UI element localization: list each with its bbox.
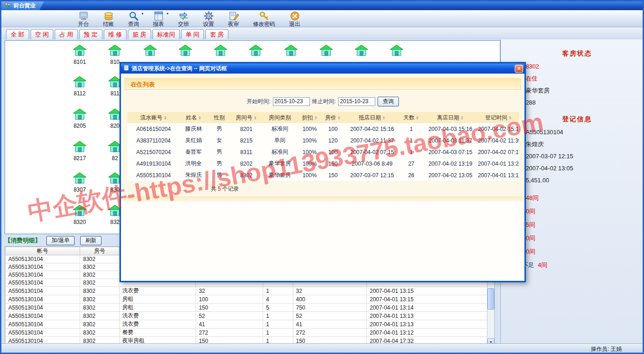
cell: 洗衣费 bbox=[119, 320, 196, 329]
dropdown-arrow-icon[interactable]: ▼ bbox=[166, 12, 169, 15]
cell: 2007-04-01 13:13 bbox=[366, 320, 487, 329]
cell: 41 bbox=[293, 320, 366, 329]
room-8307[interactable]: 8307 bbox=[62, 172, 97, 193]
room-8205[interactable]: 8205 bbox=[62, 108, 97, 129]
scroll-thumb[interactable] bbox=[487, 288, 494, 310]
cell: 100% bbox=[298, 158, 321, 169]
column-header[interactable]: 登记时间⇕ bbox=[478, 112, 519, 123]
tab-all[interactable]: 全 部 bbox=[6, 29, 29, 39]
cell: 8302 bbox=[80, 271, 120, 279]
toolbar-button-change-password[interactable]: 修改密码 bbox=[246, 10, 282, 27]
tab-suite[interactable]: 套 房 bbox=[205, 29, 228, 39]
column-header[interactable]: 房间号⇕ bbox=[231, 112, 261, 123]
cell: 2007-04-02 11:37 bbox=[345, 135, 400, 146]
statusbar: 操作员: 王娟 bbox=[1, 343, 643, 353]
column-header[interactable]: 姓名⇕ bbox=[180, 112, 208, 123]
sort-arrows-icon[interactable]: ⇕ bbox=[253, 116, 257, 120]
room-8320[interactable]: 8320 bbox=[62, 205, 97, 225]
cell: A5505130104 bbox=[6, 329, 80, 337]
column-header[interactable]: 房号 bbox=[80, 247, 120, 255]
column-header[interactable]: 天数⇕ bbox=[399, 112, 423, 123]
dialog-close-button[interactable]: ✕ bbox=[515, 65, 523, 73]
tab-reserved[interactable]: 预 定 bbox=[79, 29, 102, 39]
column-header[interactable]: 帐号 bbox=[6, 247, 80, 255]
add-remove-order-button[interactable]: 加/退单 bbox=[46, 236, 75, 245]
sidebar-field: 代号:8302 bbox=[510, 62, 644, 70]
consumption-row[interactable]: A55051301048302洗衣费521522007-04-01 13:13 bbox=[6, 312, 487, 320]
cell: A5505130104 bbox=[6, 320, 80, 329]
toolbar-label: 报表 bbox=[153, 21, 164, 27]
room-8101[interactable]: 8101 bbox=[62, 44, 97, 65]
column-header[interactable]: 房间类别 bbox=[262, 112, 298, 123]
toolbar-button-query[interactable]: ▼查询 bbox=[121, 10, 146, 27]
column-header[interactable]: 折扣⇕ bbox=[298, 112, 321, 123]
column-header[interactable]: 流水账号⇕ bbox=[127, 112, 180, 123]
sidebar-field: 日期:2007-03-07 12:15 bbox=[510, 152, 644, 160]
consumption-row[interactable]: A55051301048302洗衣费321322007-04-01 13:15 bbox=[6, 287, 487, 295]
toolbar-button-open-room[interactable]: 开台 bbox=[71, 10, 96, 27]
sort-arrows-icon[interactable]: ⇕ bbox=[314, 116, 318, 120]
cell: 1 bbox=[263, 287, 293, 295]
sort-arrows-icon[interactable]: ⇕ bbox=[382, 116, 385, 120]
inhouse-row[interactable]: A4919130104洪明全男8202豪华套房100%1502007-03-06… bbox=[127, 158, 519, 169]
room-count: 押金不足4间 bbox=[510, 261, 644, 268]
night-audit-icon bbox=[228, 11, 239, 21]
refresh-button[interactable]: 刷新 bbox=[80, 236, 101, 245]
room-8217[interactable]: 8217 bbox=[62, 141, 97, 161]
room-filter-tabbar: 全 部空 闲占 用预 定维 修脏 房标准间单 间套 房 bbox=[1, 27, 643, 39]
inhouse-row[interactable]: A3837110204吴红娟女8215单间100%1202007-04-02 1… bbox=[127, 135, 519, 146]
column-header[interactable]: 抵店日期⇕ bbox=[345, 112, 400, 123]
record-count-number: 5 bbox=[218, 186, 221, 192]
sort-arrows-icon[interactable]: ⇕ bbox=[198, 116, 202, 120]
consumption-row[interactable]: A55051301048302房租15057502007-04-01 13:14 bbox=[6, 304, 487, 312]
consumption-row[interactable]: A55051301048302房租10044002007-04-01 13:15 bbox=[6, 295, 487, 304]
tab-occupied[interactable]: 占 用 bbox=[55, 29, 78, 39]
room[interactable] bbox=[309, 44, 344, 59]
start-time-input[interactable] bbox=[273, 97, 310, 106]
column-header[interactable]: 离店日期⇕ bbox=[423, 112, 478, 123]
query-button[interactable]: 查询 bbox=[378, 97, 399, 106]
toolbar-button-settings[interactable]: 设置 bbox=[196, 10, 221, 27]
cell: 4 bbox=[263, 295, 293, 304]
room[interactable] bbox=[238, 44, 273, 59]
cell: 吴红娟 bbox=[180, 135, 208, 146]
toolbar-button-shift-change[interactable]: 交班 bbox=[171, 10, 196, 27]
inhouse-row[interactable]: A0616150204滕庆林男8201标准间100%1002007-04-02 … bbox=[127, 123, 519, 135]
cell: 2007-04-02 07:15 bbox=[345, 146, 400, 158]
tab-dirty[interactable]: 脏 房 bbox=[128, 29, 151, 39]
dropdown-arrow-icon[interactable]: ▼ bbox=[141, 12, 144, 15]
toolbar-button-night-audit[interactable]: 夜审 bbox=[221, 10, 246, 27]
toolbar-button-report[interactable]: ▼报表 bbox=[146, 10, 171, 27]
toolbar-button-exit[interactable]: 退出 bbox=[282, 10, 307, 27]
cell: A5505130104 bbox=[6, 271, 80, 279]
room[interactable] bbox=[203, 44, 238, 59]
tab-standard[interactable]: 标准间 bbox=[152, 29, 180, 39]
sort-arrows-icon[interactable]: ⇕ bbox=[337, 116, 341, 120]
column-header[interactable]: 性别 bbox=[208, 112, 231, 123]
toolbar-button-checkout[interactable]: 结账 bbox=[96, 10, 121, 27]
sort-arrows-icon[interactable]: ⇕ bbox=[416, 116, 419, 120]
cell: 8311 bbox=[231, 146, 261, 158]
sort-arrows-icon[interactable]: ⇕ bbox=[508, 116, 512, 120]
sort-arrows-icon[interactable]: ⇕ bbox=[164, 116, 167, 120]
room[interactable] bbox=[168, 44, 203, 59]
cell: 272 bbox=[196, 329, 263, 337]
room[interactable] bbox=[344, 44, 379, 59]
inhouse-row[interactable]: A5215070204秦晋军男8311标准间100%1002007-04-02 … bbox=[127, 146, 519, 158]
consumption-row[interactable]: A55051301048302餐费27212722007-04-01 13:12 bbox=[6, 329, 487, 337]
room-number: 8205 bbox=[62, 123, 97, 129]
tab-vacant[interactable]: 空 闲 bbox=[31, 29, 54, 39]
room[interactable] bbox=[379, 44, 414, 59]
room[interactable] bbox=[133, 44, 168, 59]
column-header[interactable]: 房价⇕ bbox=[321, 112, 344, 123]
sort-arrows-icon[interactable]: ⇕ bbox=[460, 116, 464, 120]
end-time-label: 终止时间: bbox=[312, 98, 336, 106]
tab-maintenance[interactable]: 维 修 bbox=[104, 29, 127, 39]
inhouse-row[interactable]: A5505130104朱煌庆男8302豪华套房100%1502007-03-07… bbox=[127, 169, 519, 181]
room[interactable] bbox=[273, 44, 309, 59]
end-time-input[interactable] bbox=[338, 97, 375, 106]
consumption-row[interactable]: A55051301048302洗衣费411412007-04-01 13:13 bbox=[6, 320, 487, 329]
cell: 32 bbox=[293, 287, 366, 295]
tab-single[interactable]: 单 间 bbox=[181, 29, 204, 39]
room-8112[interactable]: 8112 bbox=[62, 76, 97, 97]
